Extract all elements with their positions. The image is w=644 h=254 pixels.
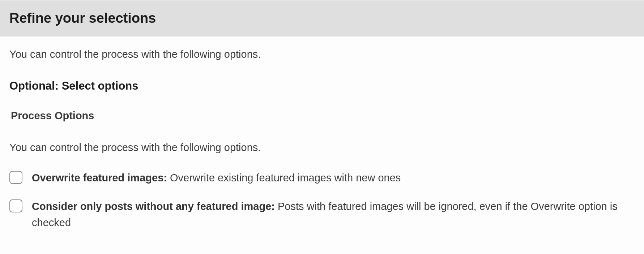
consider-only-posts-checkbox[interactable] [9,199,22,212]
consider-only-posts-label-bold: Consider only posts without any featured… [32,201,275,212]
overwrite-featured-images-label-desc: Overwrite existing featured images with … [167,172,401,184]
optional-select-heading: Optional: Select options [9,78,635,95]
section-header: Refine your selections [0,1,644,36]
overwrite-featured-images-label: Overwrite featured images: Overwrite exi… [32,170,401,186]
intro-text: You can control the process with the fol… [9,47,635,63]
checkbox-row-consider-only: Consider only posts without any featured… [9,198,635,231]
checkbox-row-overwrite: Overwrite featured images: Overwrite exi… [9,170,635,186]
consider-only-posts-label: Consider only posts without any featured… [32,198,635,231]
process-options-label: Process Options [11,108,635,124]
overwrite-featured-images-checkbox[interactable] [9,171,22,184]
section-title: Refine your selections [9,8,635,29]
overwrite-featured-images-label-bold: Overwrite featured images: [32,172,167,184]
process-options-description: You can control the process with the fol… [9,140,635,156]
content-area: You can control the process with the fol… [0,36,644,253]
